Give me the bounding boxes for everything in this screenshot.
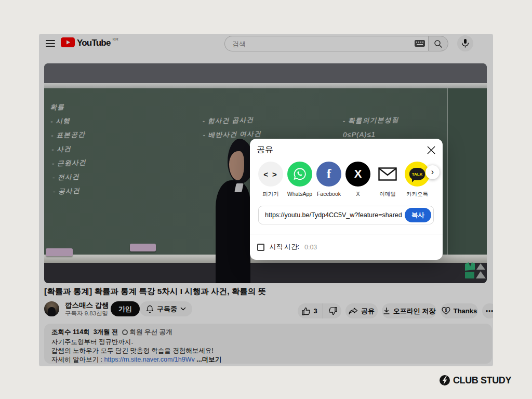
share-target-embed[interactable]: < > 퍼가기: [256, 162, 285, 198]
copy-button[interactable]: 복사: [405, 208, 431, 222]
club-study-wordmark: CLUB STUDY: [453, 375, 511, 386]
start-time-checkbox[interactable]: [257, 244, 264, 251]
close-icon[interactable]: [427, 145, 436, 155]
start-time-label: 시작 시간:: [270, 243, 299, 251]
x-icon: X: [354, 167, 362, 181]
start-time-row: 시작 시간: 0:03: [257, 243, 317, 251]
facebook-icon: f: [327, 166, 331, 182]
scroll-targets-next-button[interactable]: ›: [425, 165, 440, 179]
share-target-x[interactable]: X X: [343, 162, 373, 197]
share-target-facebook[interactable]: f Facebook: [314, 162, 343, 197]
start-time-value: 0:03: [304, 244, 317, 251]
email-icon: [378, 167, 397, 181]
dialog-divider: [250, 234, 443, 234]
share-dialog-title: 공유: [257, 144, 273, 155]
club-study-brand: CLUB STUDY: [439, 375, 511, 386]
kakaotalk-icon: TALK: [409, 168, 425, 180]
screenshot-stage: YouTube KR: [0, 0, 532, 399]
share-dialog: 공유 < > 퍼가기 WhatsApp: [250, 139, 443, 260]
share-targets-row: < > 퍼가기 WhatsApp f Facebook: [250, 162, 443, 202]
chevron-right-icon: ›: [431, 167, 434, 177]
share-target-email[interactable]: 이메일: [373, 162, 402, 198]
embed-icon: < >: [263, 170, 278, 179]
share-url-box: 복사: [258, 206, 434, 224]
share-target-whatsapp[interactable]: WhatsApp: [285, 162, 314, 197]
whatsapp-icon: [293, 167, 307, 181]
club-study-icon: [439, 375, 450, 386]
share-url-input[interactable]: [259, 206, 408, 224]
